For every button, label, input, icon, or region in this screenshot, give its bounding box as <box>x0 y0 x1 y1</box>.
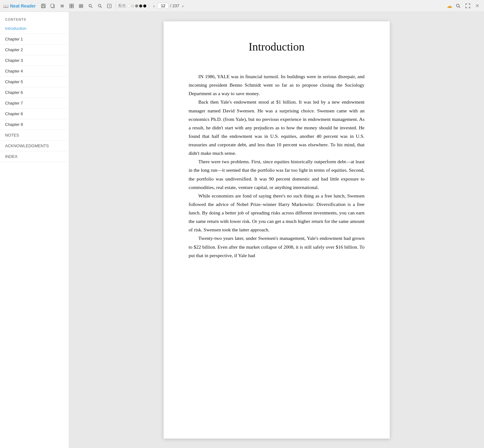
paragraph-2: Back then Yale's endowment stood at $1 b… <box>189 98 365 157</box>
save-button[interactable] <box>40 3 47 9</box>
sidebar-item-notes[interactable]: NOTES <box>0 130 69 141</box>
find-button[interactable] <box>454 3 462 9</box>
sidebar-item-acknowledgments[interactable]: ACKNOWLEDGMENTS <box>0 141 69 151</box>
svg-point-15 <box>89 4 91 7</box>
cloud-sync-icon: ☁ <box>447 3 452 9</box>
sidebar-item-chapter-2[interactable]: Chapter 2 <box>0 45 69 55</box>
menu-button[interactable] <box>58 3 66 9</box>
svg-rect-1 <box>42 4 44 5</box>
contents-section-title: CONTENTS <box>0 15 69 23</box>
page-title: Introduction <box>189 40 365 53</box>
svg-line-18 <box>101 7 102 8</box>
svg-rect-8 <box>70 4 71 6</box>
sidebar-item-chapter-3[interactable]: Chapter 3 <box>0 55 69 66</box>
grid-view-button[interactable] <box>68 3 75 9</box>
sidebar-item-chapter-9[interactable]: Chapter 9 <box>0 119 69 130</box>
svg-point-21 <box>456 4 459 7</box>
color-white[interactable] <box>127 4 130 8</box>
sidebar-item-chapter-1[interactable]: Chapter 1 <box>0 34 69 45</box>
svg-rect-14 <box>79 7 83 8</box>
app-title: 📖 Neat Reader <box>3 3 36 8</box>
color-dark[interactable] <box>139 4 142 8</box>
next-page-button[interactable]: › <box>181 3 185 9</box>
content-area[interactable]: Introduction IN 1986, YALE was in financ… <box>69 12 484 448</box>
list-view-button[interactable] <box>77 3 85 9</box>
sidebar-item-chapter-6[interactable]: Chapter 6 <box>0 87 69 98</box>
main-layout: CONTENTS Introduction Chapter 1 Chapter … <box>0 12 484 448</box>
svg-rect-4 <box>51 4 54 7</box>
total-pages: 237 <box>172 3 179 8</box>
search-button[interactable] <box>96 3 104 9</box>
svg-line-22 <box>459 7 460 8</box>
sidebar-item-chapter-5[interactable]: Chapter 5 <box>0 77 69 87</box>
svg-rect-2 <box>42 6 45 8</box>
toolbar-right: ☁ ✕ <box>447 2 481 10</box>
sidebar-item-chapter-8[interactable]: Chapter 8 <box>0 109 69 119</box>
sidebar-item-chapter-4[interactable]: Chapter 4 <box>0 66 69 77</box>
svg-rect-9 <box>72 4 73 6</box>
page-separator: / <box>170 3 171 8</box>
sidebar-item-chapter-7[interactable]: Chapter 7 <box>0 98 69 109</box>
close-button[interactable]: ✕ <box>474 2 481 10</box>
svg-rect-12 <box>79 4 83 5</box>
fullscreen-button[interactable] <box>464 3 472 9</box>
app-logo-icon: 📖 <box>3 3 8 8</box>
sidebar-item-index[interactable]: INDEX <box>0 151 69 162</box>
toolbar: 📖 Neat Reader <box>0 0 484 12</box>
copy-button[interactable] <box>49 3 57 9</box>
color-label: 配色 <box>118 3 126 8</box>
paragraph-3: There were two problems. First, since eq… <box>189 157 365 192</box>
svg-line-16 <box>91 7 92 8</box>
page-number-input[interactable] <box>157 3 169 9</box>
svg-rect-11 <box>72 6 73 8</box>
prev-page-button[interactable]: ‹ <box>152 3 156 9</box>
sidebar-item-introduction[interactable]: Introduction <box>0 23 69 34</box>
color-warm[interactable] <box>131 4 134 8</box>
theme-color-selector: 配色 <box>118 3 146 8</box>
color-gray[interactable] <box>135 4 138 8</box>
color-black[interactable] <box>143 4 146 8</box>
paragraph-5: Twenty-two years later, under Swensen's … <box>189 234 365 259</box>
paragraph-4: While economists are fond of saying ther… <box>189 192 365 234</box>
search-small-button[interactable] <box>87 3 94 9</box>
fit-button[interactable] <box>106 3 113 9</box>
separator-1 <box>116 3 116 9</box>
page-navigation: ‹ / 237 › <box>152 3 185 9</box>
sidebar: CONTENTS Introduction Chapter 1 Chapter … <box>0 12 69 448</box>
svg-rect-13 <box>79 6 83 7</box>
separator-2 <box>149 3 149 9</box>
book-page: Introduction IN 1986, YALE was in financ… <box>164 21 390 439</box>
svg-point-17 <box>98 4 101 7</box>
svg-rect-10 <box>70 6 71 8</box>
book-text-body: IN 1986, YALE was in financial turmoil. … <box>189 72 365 260</box>
paragraph-1: IN 1986, YALE was in financial turmoil. … <box>189 72 365 98</box>
